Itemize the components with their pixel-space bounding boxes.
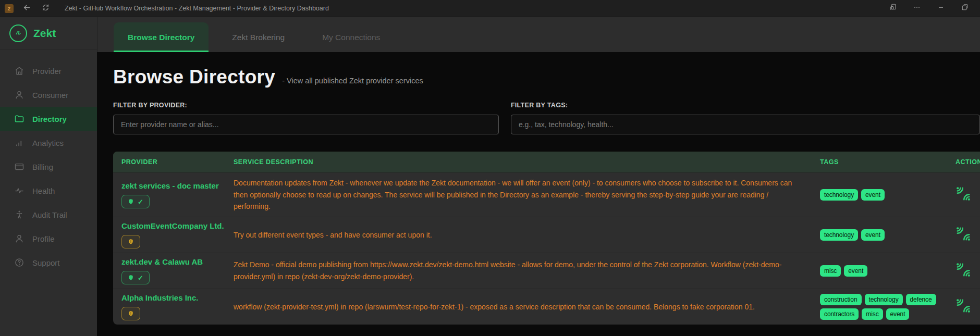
window-titlebar: z Zekt - GitHub Workflow Orchestration -… [0,0,980,17]
sidebar-item-billing[interactable]: Billing [0,155,97,179]
home-icon [14,66,24,76]
sidebar-item-label: Billing [32,163,53,171]
tag-chip-misc[interactable]: misc [820,265,841,277]
connect-action-icon[interactable] [956,298,971,314]
tags-cell: miscevent [813,265,949,277]
filter-tags-label: FILTER BY TAGS: [511,102,980,109]
tag-chip-contractors[interactable]: contractors [820,308,859,320]
sidebar-item-consumer[interactable]: Consumer [0,83,97,107]
provider-cell: Alpha Industries Inc. [121,293,234,320]
tab-bar: Browse DirectoryZekt BrokeringMy Connect… [97,17,980,52]
user-icon [14,90,24,100]
sidebar-item-label: Consumer [32,91,68,99]
verified-badge: ✓ [121,195,150,208]
shield-icon [128,310,134,317]
tags-filter-input[interactable] [511,115,980,134]
sidebar-item-provider[interactable]: Provider [0,59,97,83]
action-cell [949,262,980,280]
page-content: Browse Directory - View all published Ze… [97,52,980,336]
restore-button[interactable] [959,3,971,14]
sidebar: Zekt Provider Consumer Directory Analyti… [0,17,97,336]
back-arrow-icon [22,3,31,14]
provider-name[interactable]: CustomEventCompany Ltd. [121,221,224,230]
bar-chart-icon [14,138,24,148]
tab-browse-directory[interactable]: Browse Directory [114,22,209,52]
provider-name[interactable]: zekt services - doc master [121,181,219,190]
sidebar-item-health[interactable]: Health [0,179,97,203]
sidebar-item-label: Health [32,186,55,195]
table-header-row: PROVIDER SERVICE DESCRIPTION TAGS ACTION [113,152,980,172]
zekt-favicon: z [5,4,14,13]
folder-icon [14,114,24,124]
minimize-icon [937,3,945,14]
tags-cell: technologyevent [813,189,949,201]
tag-chip-technology[interactable]: technology [865,294,903,305]
person-standing-icon [14,209,24,220]
tag-chip-misc[interactable]: misc [862,308,883,320]
service-description: Zekt Demo - official demo publishing fro… [234,259,813,282]
sidebar-item-label: Profile [32,234,55,243]
sidebar-item-support[interactable]: Support [0,251,97,275]
provider-cell: zekt services - doc master ✓ [121,181,234,208]
tags-cell: technologyevent [813,229,949,241]
pulse-icon [14,185,24,196]
search-in-page-button[interactable] [887,3,899,14]
service-description: workflow (zekt-provider-test.yml) in rep… [234,301,813,313]
tag-chip-construction[interactable]: construction [820,294,862,305]
sidebar-item-audit-trail[interactable]: Audit Trail [0,203,97,227]
tag-chip-event[interactable]: event [861,229,885,241]
sidebar-item-label: Directory [32,115,67,123]
action-cell [949,298,980,316]
provider-cell: zekt.dev & Calawu AB ✓ [121,257,234,284]
page-subtitle: - View all published Zekt provider servi… [282,77,423,85]
table-row: zekt.dev & Calawu AB ✓ Zekt Demo - offic… [113,253,980,289]
provider-filter-input[interactable] [113,115,499,134]
question-circle-icon [14,257,24,268]
credit-card-icon [14,161,24,172]
refresh-icon [41,3,50,14]
tag-chip-defence[interactable]: defence [906,294,936,305]
unverified-badge [121,307,140,320]
table-row: zekt services - doc master ✓ Documentati… [113,172,980,217]
sidebar-item-profile[interactable]: Profile [0,227,97,251]
column-header-provider: PROVIDER [121,158,234,166]
search-page-icon [889,3,897,14]
refresh-button[interactable] [40,3,51,14]
unverified-badge [121,235,140,248]
sidebar-item-label: Provider [32,67,62,76]
zekt-logo-icon [9,24,27,42]
provider-name[interactable]: Alpha Industries Inc. [121,293,199,302]
tag-chip-technology[interactable]: technology [820,229,858,241]
window-title: Zekt - GitHub Workflow Orchestration - Z… [65,5,329,12]
sidebar-item-analytics[interactable]: Analytics [0,131,97,155]
checkmark-glyph: ✓ [138,198,143,205]
connect-action-icon[interactable] [956,226,971,242]
sidebar-item-label: Analytics [32,139,64,147]
sidebar-item-directory[interactable]: Directory [0,107,97,131]
provider-cell: CustomEventCompany Ltd. [121,221,234,248]
action-cell [949,226,980,244]
sidebar-item-label: Audit Trail [32,210,67,219]
action-cell [949,186,980,204]
tag-chip-event[interactable]: event [861,189,885,201]
back-button[interactable] [21,3,32,14]
connect-action-icon[interactable] [956,262,971,278]
tag-chip-event[interactable]: event [844,265,867,277]
minimize-button[interactable] [935,3,947,14]
tag-chip-technology[interactable]: technology [820,189,858,201]
sidebar-item-label: Support [32,258,60,267]
ellipsis-icon [913,3,921,14]
column-header-action: ACTION [949,158,980,166]
page-title: Browse Directory [113,66,275,88]
app-name: Zekt [33,27,56,40]
directory-table: PROVIDER SERVICE DESCRIPTION TAGS ACTION… [113,152,980,325]
provider-name[interactable]: zekt.dev & Calawu AB [121,257,203,266]
tag-chip-event[interactable]: event [886,308,910,320]
connect-action-icon[interactable] [956,186,971,202]
more-options-button[interactable] [911,3,923,14]
table-row: CustomEventCompany Ltd. Try out differen… [113,217,980,253]
tab-zekt-brokering[interactable]: Zekt Brokering [218,22,299,52]
app-logo: Zekt [0,17,97,49]
tab-my-connections[interactable]: My Connections [308,22,394,52]
tags-cell: constructiontechnologydefencecontractors… [813,294,949,320]
